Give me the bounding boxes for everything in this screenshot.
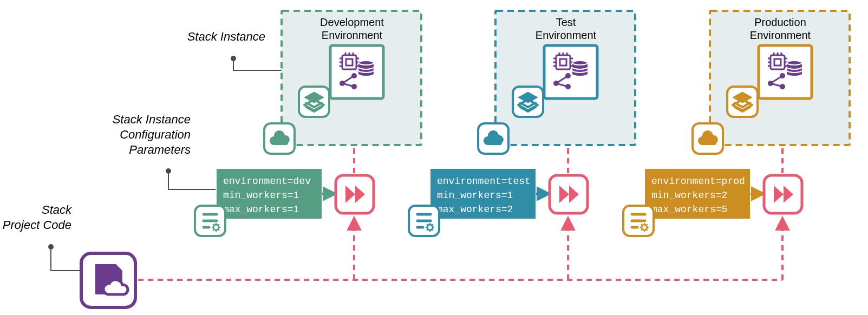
- svg-text:Environment: Environment: [536, 29, 597, 41]
- svg-text:Development: Development: [320, 16, 384, 28]
- svg-text:environment=dev: environment=dev: [223, 176, 311, 187]
- layers-icon: [513, 87, 543, 117]
- config-box-test: environment=test min_workers=1 max_worke…: [430, 169, 536, 219]
- svg-text:max_workers=5: max_workers=5: [651, 204, 727, 215]
- project-code-box: [81, 253, 135, 307]
- cloud-icon: [478, 123, 508, 154]
- svg-text:Stack: Stack: [42, 203, 72, 216]
- layers-icon: [299, 87, 329, 117]
- config-file-icon: [409, 206, 439, 236]
- svg-text:max_workers=1: max_workers=1: [223, 204, 299, 215]
- project-code-connector: [138, 219, 782, 280]
- svg-text:Project Code: Project Code: [3, 218, 71, 232]
- svg-rect-67: [759, 45, 812, 99]
- run-box-dev: [336, 175, 374, 213]
- cloud-icon: [693, 123, 723, 154]
- run-box-prod: [764, 175, 802, 213]
- svg-rect-43: [330, 45, 383, 99]
- env-dev: Development Environment environment=dev …: [195, 11, 421, 236]
- stack-instance-box: [759, 45, 812, 99]
- svg-text:Stack Instance: Stack Instance: [187, 30, 265, 43]
- svg-text:environment=prod: environment=prod: [651, 176, 745, 187]
- svg-text:Environment: Environment: [750, 29, 811, 41]
- env-prod: Production Environment environment=prod …: [623, 11, 850, 236]
- svg-text:Test: Test: [556, 16, 576, 28]
- svg-text:Stack Instance: Stack Instance: [113, 113, 191, 126]
- run-box-test: [550, 175, 588, 213]
- svg-text:min_workers=2: min_workers=2: [651, 190, 727, 201]
- svg-text:Production: Production: [754, 16, 806, 28]
- config-file-icon: [623, 206, 654, 236]
- svg-text:min_workers=1: min_workers=1: [437, 190, 513, 201]
- svg-text:Configuration: Configuration: [120, 128, 191, 141]
- stack-instance-box: [330, 45, 383, 99]
- svg-rect-55: [544, 45, 597, 99]
- config-box-dev: environment=dev min_workers=1 max_worker…: [217, 169, 322, 219]
- stack-instance-box: [544, 45, 597, 99]
- svg-text:Parameters: Parameters: [129, 143, 191, 156]
- svg-text:max_workers=2: max_workers=2: [437, 204, 513, 215]
- env-test: Test Environment environment=test min_wo…: [409, 11, 635, 236]
- label-stack-config: Stack Instance Configuration Parameters: [113, 113, 216, 189]
- svg-text:min_workers=1: min_workers=1: [223, 190, 299, 201]
- label-project-code: Stack Project Code: [3, 203, 81, 271]
- config-file-icon: [195, 206, 225, 236]
- svg-text:Environment: Environment: [322, 29, 383, 41]
- config-box-prod: environment=prod min_workers=2 max_worke…: [645, 169, 750, 219]
- cloud-icon: [264, 123, 295, 154]
- layers-icon: [727, 87, 758, 117]
- svg-text:environment=test: environment=test: [437, 176, 531, 187]
